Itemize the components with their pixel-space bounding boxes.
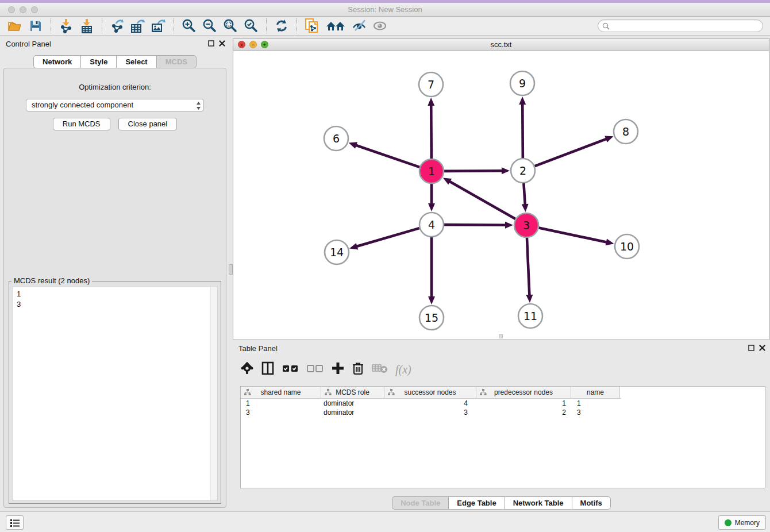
tab-select[interactable]: Select [116, 55, 156, 68]
graph-edge[interactable] [444, 171, 503, 171]
export-network-icon[interactable] [107, 17, 128, 34]
mcds-result-textarea[interactable]: 13 [12, 287, 218, 500]
zoom-selected-icon[interactable] [241, 17, 261, 34]
import-table-icon[interactable] [76, 17, 97, 34]
zoom-in-icon[interactable] [179, 17, 199, 34]
search-field[interactable] [598, 20, 763, 32]
export-table-icon[interactable] [128, 17, 148, 34]
close-panel-icon[interactable] [219, 40, 225, 47]
float-panel-icon[interactable] [208, 40, 214, 47]
delete-column-icon[interactable] [352, 361, 364, 377]
minimize-window-icon[interactable] [20, 6, 26, 13]
graph-edge[interactable] [523, 183, 525, 206]
graph-edge[interactable] [527, 238, 530, 296]
select-all-icon[interactable] [282, 364, 299, 375]
close-window-icon[interactable] [8, 6, 15, 13]
toolbar-separator [174, 18, 174, 33]
table-cell[interactable]: dominator [321, 399, 384, 408]
table-cell[interactable]: 1 [476, 399, 571, 408]
graph-edge[interactable] [444, 225, 507, 225]
table-options-icon[interactable] [241, 362, 253, 377]
apply-layout-icon[interactable] [271, 17, 292, 34]
run-mcds-button[interactable]: Run MCDS [53, 118, 110, 130]
graph-edge[interactable] [449, 181, 515, 219]
tab-network[interactable]: Network [33, 55, 80, 68]
clone-network-icon[interactable] [302, 17, 322, 34]
graph-edge-arrowhead [526, 295, 533, 303]
graph-edge[interactable] [522, 103, 523, 158]
equation-builder-icon[interactable]: f(x) [395, 363, 411, 376]
tab-edge-table[interactable]: Edge Table [448, 496, 504, 510]
float-panel-icon[interactable] [748, 345, 754, 351]
add-column-icon[interactable] [332, 362, 344, 377]
table-cell[interactable]: 3 [384, 408, 476, 417]
list-icon [10, 518, 20, 527]
network-view-window: x − + scc.txt 7968124314101511 [233, 38, 769, 340]
tab-mcds[interactable]: MCDS [156, 55, 197, 68]
close-panel-icon[interactable] [759, 345, 765, 351]
graph-edge[interactable] [431, 104, 432, 159]
first-neighbors-icon[interactable] [322, 17, 349, 34]
table-cell[interactable]: 3 [241, 408, 321, 417]
table-cell[interactable]: 4 [384, 399, 476, 408]
minimize-view-icon[interactable]: − [249, 41, 257, 48]
mcds-result-line: 3 [17, 299, 213, 310]
deselect-all-icon[interactable] [307, 364, 324, 375]
save-session-icon[interactable] [25, 17, 46, 34]
show-all-icon[interactable] [369, 17, 390, 34]
import-network-icon[interactable] [56, 17, 76, 34]
column-header-predecessor-nodes[interactable]: predecessor nodes [476, 387, 571, 398]
network-canvas[interactable]: 7968124314101511 [233, 51, 769, 340]
graph-edge-arrowhead [349, 142, 357, 148]
table-cell[interactable]: dominator [321, 408, 384, 417]
table-cell[interactable]: 2 [476, 408, 571, 417]
column-visibility-icon[interactable] [261, 361, 275, 377]
graph-edge-arrowhead [428, 98, 434, 106]
graph-node-label: 3 [523, 219, 530, 232]
panel-splitter-handle[interactable] [229, 264, 233, 275]
tab-node-table[interactable]: Node Table [392, 496, 448, 510]
graph-edge[interactable] [535, 138, 608, 166]
table-cell[interactable]: 3 [571, 408, 620, 417]
status-bar: Memory [0, 511, 770, 532]
search-input[interactable] [613, 22, 759, 30]
table-cell[interactable]: 1 [571, 399, 620, 408]
export-image-icon[interactable] [148, 17, 169, 34]
table-row[interactable]: 1dominator411 [241, 399, 621, 408]
column-header-name[interactable]: name [571, 387, 620, 398]
delete-table-icon[interactable] [372, 363, 388, 376]
criterion-dropdown[interactable]: strongly connected component [26, 99, 204, 111]
tab-motifs[interactable]: Motifs [572, 496, 611, 510]
graph-edge-arrowhead [428, 203, 435, 211]
memory-status-icon [725, 519, 732, 526]
graph-edge[interactable] [539, 228, 608, 242]
dropdown-stepper-icon [196, 101, 201, 114]
tab-network-table[interactable]: Network Table [505, 496, 572, 510]
maximize-window-icon[interactable] [31, 6, 38, 13]
graph-node-label: 4 [428, 218, 435, 231]
close-panel-button[interactable]: Close panel [118, 118, 178, 130]
zoom-out-icon[interactable] [199, 17, 220, 34]
close-view-icon[interactable]: x [238, 41, 245, 48]
table-cell[interactable]: 1 [241, 399, 321, 408]
table-toolbar: f(x) [241, 358, 411, 380]
resize-handle[interactable] [499, 334, 503, 338]
network-window-titlebar[interactable]: x − + scc.txt [233, 38, 769, 51]
column-header-successor-nodes[interactable]: successor nodes [384, 387, 476, 398]
node-table[interactable]: shared name MCDS role successor nodes pr… [240, 386, 765, 488]
zoom-fit-icon[interactable] [220, 17, 241, 34]
maximize-view-icon[interactable]: + [261, 41, 268, 48]
scrollbar[interactable] [210, 287, 217, 500]
tab-style[interactable]: Style [80, 55, 116, 68]
graph-edge[interactable] [355, 145, 419, 167]
open-session-icon[interactable] [5, 17, 25, 34]
column-header-mcds-role[interactable]: MCDS role [321, 387, 384, 398]
graph-edge[interactable] [356, 228, 419, 246]
control-panel: Control Panel Network Style Select MCDS … [0, 36, 230, 511]
table-row[interactable]: 3dominator323 [241, 408, 621, 417]
show-panels-button[interactable] [6, 515, 24, 530]
column-header-shared-name[interactable]: shared name [241, 387, 321, 398]
hide-selected-icon[interactable] [349, 17, 369, 34]
toolbar-separator [297, 18, 297, 33]
memory-button[interactable]: Memory [718, 515, 766, 530]
